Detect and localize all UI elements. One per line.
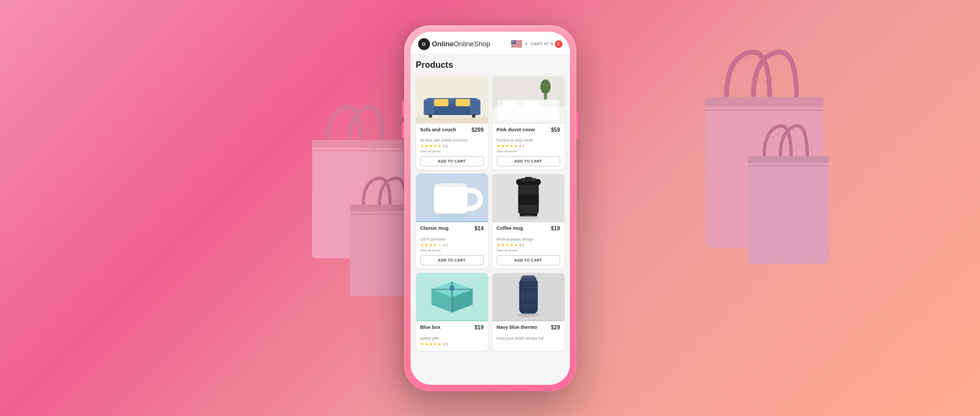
mug-name: Classic mug: [420, 225, 449, 232]
duvet-add-to-cart[interactable]: ADD TO CART: [497, 156, 560, 166]
star-4: ★: [510, 243, 513, 248]
duvet-name: Pink duvet cover: [497, 127, 535, 133]
svg-rect-42: [434, 99, 448, 106]
svg-point-25: [513, 41, 514, 41]
mug-add-to-cart[interactable]: ADD TO CART: [420, 255, 484, 265]
thermo-name-price: Navy blue thermo $29: [497, 325, 560, 331]
product-image-coffee-mug: [492, 174, 565, 222]
svg-rect-43: [455, 99, 470, 106]
duvet-desc: Fashion & cozy nordic: [497, 138, 534, 142]
svg-point-26: [514, 41, 515, 41]
logo-icon: O: [418, 38, 430, 50]
mug-price: $14: [475, 225, 484, 231]
svg-rect-40: [424, 100, 434, 115]
svg-point-50: [540, 79, 551, 94]
svg-rect-80: [519, 305, 537, 306]
coffee-mug-rating: 4.8: [519, 243, 525, 247]
product-image-duvet: [492, 75, 565, 124]
sofa-price: $299: [471, 127, 483, 133]
sofa-view-all[interactable]: View all prices: [420, 150, 484, 153]
svg-rect-65: [518, 194, 538, 205]
phone-screen[interactable]: O OnlineOnlineShop: [411, 32, 570, 385]
svg-rect-78: [522, 276, 534, 278]
star-1: ★: [420, 144, 424, 149]
star-5: ★: [438, 243, 441, 248]
star-2: ★: [501, 243, 505, 248]
product-image-sofa: [416, 75, 488, 124]
svg-rect-64: [525, 177, 532, 180]
blue-box-name-price: Blue box $19: [420, 325, 484, 331]
svg-rect-14: [748, 166, 829, 264]
mug-desc: 100% porcelain: [420, 237, 446, 241]
mug-rating: 4.2: [443, 243, 448, 247]
star-1: ★: [420, 243, 424, 248]
product-info-sofa: Sofa and couch $299 All blue with yellow…: [416, 124, 488, 170]
sofa-illustration: [416, 75, 488, 124]
svg-rect-19: [511, 44, 522, 45]
product-card-blue-box: Blue box $19 quality gifts ★ ★ ★ ★ ★: [416, 273, 488, 351]
svg-point-27: [512, 41, 513, 42]
svg-rect-7: [705, 97, 823, 107]
sofa-add-to-cart[interactable]: ADD TO CART: [420, 156, 484, 166]
star-1: ★: [420, 342, 424, 347]
thermo-name: Navy blue thermo: [497, 325, 538, 331]
product-info-duvet: Pink duvet cover $59 Fashion & cozy nord…: [492, 124, 565, 170]
star-4: ★: [433, 243, 437, 248]
cart-area[interactable]: CART: Nº S 2: [531, 40, 562, 48]
svg-point-58: [434, 183, 467, 187]
blue-box-desc: quality gifts: [420, 336, 439, 340]
mug-view-all[interactable]: View all prices: [420, 249, 484, 252]
svg-point-59: [432, 214, 468, 219]
blue-box-illustration: [416, 273, 488, 321]
language-dropdown-arrow[interactable]: ▾: [525, 42, 527, 46]
coffee-mug-illustration: [492, 174, 565, 222]
star-3: ★: [429, 243, 433, 248]
svg-rect-21: [511, 46, 522, 47]
volume-btn-down: [402, 122, 404, 138]
star-4: ★: [510, 144, 513, 149]
svg-rect-45: [472, 114, 475, 118]
power-btn: [576, 111, 579, 138]
star-3: ★: [505, 144, 509, 149]
phone-frame: O OnlineOnlineShop: [404, 25, 576, 391]
star-5: ★: [514, 144, 518, 149]
duvet-rating: 4.7: [519, 144, 525, 148]
star-3: ★: [429, 144, 433, 149]
svg-rect-44: [428, 114, 432, 118]
product-image-mug: [416, 174, 488, 222]
flag-icon: [511, 40, 522, 47]
thermo-illustration: [492, 273, 565, 321]
svg-rect-46: [416, 117, 488, 123]
volume-btn-up: [402, 101, 404, 117]
products-section: Products: [411, 55, 570, 356]
svg-point-67: [517, 216, 539, 220]
blue-box-price: $19: [475, 325, 484, 330]
thermo-desc: Keep your drinks always hot: [497, 336, 544, 340]
coffee-mug-name-price: Coffee mug $19: [497, 225, 560, 232]
sofa-name: Sofa and couch: [420, 127, 456, 133]
blue-box-stars: ★ ★ ★ ★ ★ 4.5: [420, 342, 484, 347]
svg-point-29: [514, 41, 514, 42]
coffee-mug-price: $19: [551, 225, 560, 231]
product-info-blue-box: Blue box $19 quality gifts ★ ★ ★ ★ ★: [416, 321, 488, 351]
svg-rect-12: [748, 156, 829, 163]
phone-mockup: O OnlineOnlineShop: [404, 25, 576, 391]
svg-rect-6: [705, 97, 823, 248]
coffee-mug-add-to-cart[interactable]: ADD TO CART: [497, 255, 560, 265]
product-image-blue-box: [416, 273, 488, 321]
duvet-view-all[interactable]: View all prices: [497, 150, 560, 153]
svg-rect-55: [497, 106, 559, 120]
sofa-stars: ★ ★ ★ ★ ★ 4.6: [420, 144, 484, 149]
svg-point-31: [513, 42, 513, 43]
coffee-mug-name: Coffee mug: [497, 225, 524, 232]
svg-point-30: [512, 42, 512, 43]
product-image-thermo: [492, 273, 565, 321]
product-card-classic-mug: Classic mug $14 100% porcelain ★ ★ ★ ★ ★: [416, 174, 488, 269]
blue-box-name: Blue box: [420, 325, 441, 331]
coffee-mug-view-all[interactable]: View all prices: [497, 249, 560, 252]
star-5: ★: [438, 342, 441, 347]
svg-rect-57: [434, 185, 467, 214]
svg-rect-10: [705, 110, 823, 248]
svg-point-33: [514, 42, 515, 43]
cart-count-badge: 2: [555, 40, 562, 48]
